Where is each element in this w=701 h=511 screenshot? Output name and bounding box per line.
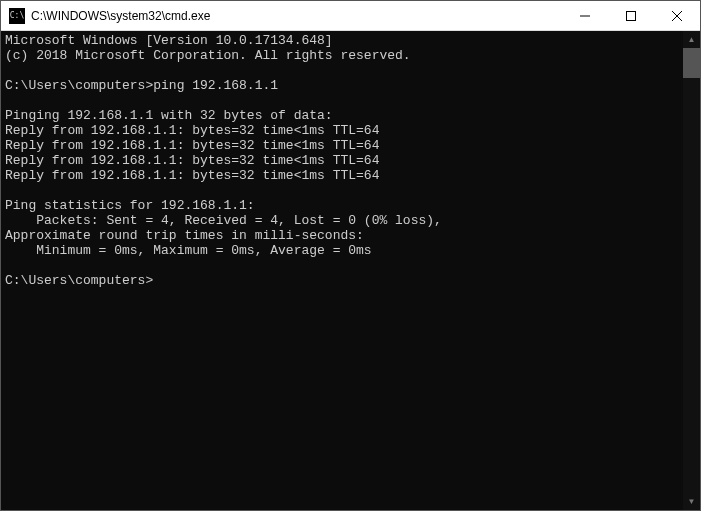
scroll-up-arrow-icon[interactable]: ▲ — [683, 31, 700, 48]
cmd-window: C:\ C:\WINDOWS\system32\cmd.exe Microsof… — [0, 0, 701, 511]
maximize-icon — [626, 11, 636, 21]
svg-rect-1 — [627, 11, 636, 20]
maximize-button[interactable] — [608, 1, 654, 30]
scroll-thumb[interactable] — [683, 48, 700, 78]
minimize-button[interactable] — [562, 1, 608, 30]
client-area: Microsoft Windows [Version 10.0.17134.64… — [1, 31, 700, 510]
close-button[interactable] — [654, 1, 700, 30]
vertical-scrollbar[interactable]: ▲ ▼ — [683, 31, 700, 510]
close-icon — [672, 11, 682, 21]
terminal-output[interactable]: Microsoft Windows [Version 10.0.17134.64… — [1, 31, 683, 510]
scroll-down-arrow-icon[interactable]: ▼ — [683, 493, 700, 510]
window-title: C:\WINDOWS\system32\cmd.exe — [31, 9, 562, 23]
window-controls — [562, 1, 700, 30]
cmd-icon: C:\ — [9, 8, 25, 24]
minimize-icon — [580, 11, 590, 21]
titlebar[interactable]: C:\ C:\WINDOWS\system32\cmd.exe — [1, 1, 700, 31]
scroll-track[interactable] — [683, 48, 700, 493]
